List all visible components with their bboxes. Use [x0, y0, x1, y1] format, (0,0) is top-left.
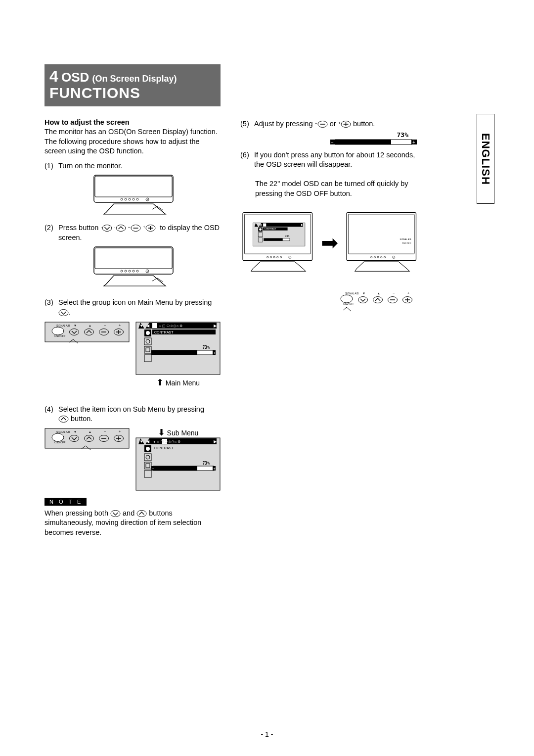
svg-text:CONTRAST: CONTRAST — [154, 331, 174, 334]
intro-paragraph: The monitor has an OSD(On Screen Display… — [44, 127, 222, 156]
step-2-text-a: Press button — [58, 224, 100, 232]
svg-text:◀: ◀ — [260, 224, 262, 227]
svg-text:SIGNAL A/B: SIGNAL A/B — [56, 324, 70, 327]
step-3-text-a: Select the group icon on Main Menu by pr… — [58, 298, 212, 306]
svg-text:☼ ◫ ⎔ ⎚ ⎙ ⎌ ⚙: ☼ ◫ ⎔ ⎚ ⎙ ⎌ ⚙ — [158, 324, 182, 328]
monitor-blank-illustration: SIGNAL A/B OSD OFF — [344, 208, 419, 278]
svg-point-113 — [393, 257, 394, 258]
chapter-number: 4 — [49, 67, 58, 85]
svg-point-116 — [341, 295, 353, 303]
svg-text:73%: 73% — [203, 345, 210, 350]
up-button-icon — [136, 510, 147, 518]
svg-text:−: − — [393, 291, 395, 295]
title-paren: (On Screen Display) — [92, 74, 177, 84]
svg-text:−: − — [104, 430, 106, 433]
svg-text:▼: ▼ — [74, 324, 77, 327]
note-paragraph: When pressing both and buttons simultane… — [44, 509, 222, 538]
down-button-icon — [102, 224, 112, 232]
slider-percent: 73% — [397, 131, 408, 139]
minus-button-icon — [131, 224, 141, 232]
svg-text:+: + — [213, 351, 216, 355]
plus-button-icon — [145, 224, 156, 232]
svg-rect-70 — [153, 466, 197, 471]
svg-rect-76 — [335, 140, 391, 144]
svg-point-102 — [290, 257, 290, 258]
osd-panel-illustration-2: ▼ ◀ ● ☼ ◫ ⎔ ⎚ ⎙ ⎌ ⚙ ▶ CONTRAST — [135, 437, 221, 493]
monitor-with-osd-illustration: ◀ ▶ CONTRAST 73% — [240, 208, 315, 278]
svg-text:−: − — [331, 140, 334, 145]
svg-text:−: − — [104, 324, 106, 327]
svg-text:▲: ▲ — [89, 324, 91, 327]
monitor-illustration — [89, 173, 178, 217]
step-4-text-a: Select the item icon on Sub Menu by pres… — [58, 405, 204, 413]
up-button-icon — [116, 224, 126, 232]
svg-text:+: + — [119, 324, 121, 327]
language-tab: ENGLISH — [477, 114, 494, 204]
subheading: How to adjust the screen — [44, 118, 222, 126]
svg-text:▶: ▶ — [214, 439, 217, 444]
step-1-text: Turn on the monitor. — [58, 161, 222, 171]
control-panel-illustration: SIGNAL A/B OSD OFF ▼ ▲ − + — [44, 322, 130, 351]
svg-text:▼: ▼ — [139, 324, 143, 328]
note-text-b: and — [123, 509, 136, 517]
svg-text:▼: ▼ — [139, 439, 143, 444]
svg-text:▶: ▶ — [214, 324, 217, 328]
svg-text:+: + — [119, 430, 121, 433]
svg-text:73%: 73% — [285, 235, 289, 238]
control-panel-illustration-2: SIGNAL A/B OSD OFF ▼ ▲ − + — [44, 428, 130, 458]
svg-text:CONTRAST: CONTRAST — [154, 446, 174, 450]
chapter-heading: 4 OSD (On Screen Display) FUNCTIONS — [44, 64, 221, 106]
up-button-icon — [58, 415, 69, 423]
svg-text:◀: ◀ — [146, 324, 150, 328]
main-menu-label: Main Menu — [166, 379, 200, 387]
note-text-a: When pressing both — [44, 509, 110, 517]
svg-rect-40 — [153, 350, 197, 355]
note-badge: N O T E — [44, 498, 87, 506]
step-5-text-a: Adjust by pressing — [254, 120, 315, 128]
svg-text:+: + — [412, 140, 415, 145]
down-button-icon — [58, 309, 69, 317]
svg-text:−: − — [152, 467, 154, 471]
control-panel-illustration-3: SIGNAL A/B OSD OFF ▼ ▲ − + — [333, 289, 418, 317]
svg-text:SIGNAL A/B: SIGNAL A/B — [400, 238, 411, 240]
svg-text:OSD OFF: OSD OFF — [54, 441, 65, 444]
down-arrow-icon: ⬇ — [158, 429, 165, 436]
svg-text:▶: ▶ — [301, 224, 303, 227]
osd-panel-illustration: ▼ ◀ ☼ ◫ ⎔ ⎚ ⎙ ⎌ ⚙ ▶ CONTRAST — [135, 322, 221, 377]
svg-text:73%: 73% — [203, 461, 210, 466]
step-4-text-b: button. — [71, 415, 92, 423]
svg-rect-85 — [263, 224, 266, 227]
svg-point-62 — [146, 447, 150, 451]
step-3-text-b: . — [69, 308, 71, 316]
step-3: (3) Select the group icon on Main Menu b… — [44, 298, 222, 317]
step-6: (6) If you don't press any button for ab… — [240, 150, 418, 199]
step-4: (4) Select the item icon on Sub Menu by … — [44, 405, 222, 424]
minus-button-icon — [317, 120, 328, 128]
svg-text:◀: ◀ — [146, 439, 150, 444]
up-arrow-icon: ⬆ — [156, 379, 164, 386]
language-tab-text: ENGLISH — [479, 133, 492, 185]
svg-point-17 — [52, 327, 64, 335]
svg-text:▲: ▲ — [377, 292, 380, 295]
step-1: (1) Turn on the monitor. — [44, 161, 222, 171]
step-5-text-b: or — [330, 120, 338, 128]
svg-text:+: + — [213, 467, 216, 471]
down-button-icon — [110, 510, 121, 518]
svg-text:▼: ▼ — [74, 430, 77, 433]
svg-text:+: + — [407, 291, 409, 295]
svg-text:OSD OFF: OSD OFF — [401, 242, 411, 244]
svg-text:● ☼ ◫ ⎔ ⎚ ⎙ ⎌ ⚙: ● ☼ ◫ ⎔ ⎚ ⎙ ⎌ ⚙ — [153, 440, 180, 443]
svg-text:▲: ▲ — [89, 430, 91, 433]
svg-rect-95 — [264, 238, 282, 241]
step-6-text-b: The 22" model OSD can be turned off quic… — [255, 179, 418, 198]
svg-text:OSD OFF: OSD OFF — [343, 302, 354, 305]
svg-text:−: − — [152, 351, 154, 355]
monitor-illustration-2 — [89, 244, 178, 289]
svg-point-90 — [259, 229, 262, 231]
plus-button-icon — [341, 120, 351, 128]
step-5: (5) Adjust by pressing − or + button. — [240, 119, 418, 129]
svg-rect-104 — [348, 214, 414, 254]
step-2: (2) Press button · · − + to display the … — [44, 223, 222, 242]
title-functions: FUNCTIONS — [49, 85, 216, 101]
svg-text:CONTRAST: CONTRAST — [265, 228, 276, 231]
